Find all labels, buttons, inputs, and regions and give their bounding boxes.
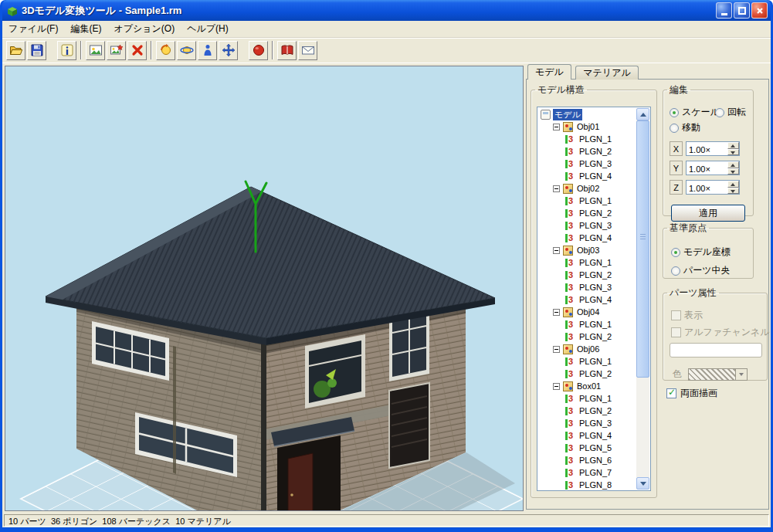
tree-item-label[interactable]: PLGN_4 <box>578 295 613 304</box>
tree-item-Obj04[interactable]: Obj04 <box>538 306 636 318</box>
menu-file[interactable]: ファイル(F) <box>2 20 64 38</box>
spin-up-icon[interactable] <box>727 142 739 149</box>
tree-item-PLGN_1[interactable]: PLGN_1 <box>538 256 636 269</box>
delete-button[interactable] <box>127 41 147 60</box>
menu-edit[interactable]: 編集(E) <box>64 20 107 38</box>
tree-item-PLGN_4[interactable]: PLGN_4 <box>538 170 636 182</box>
tree-item-label[interactable]: Obj03 <box>575 246 601 255</box>
radio-move[interactable]: 移動 <box>670 121 700 134</box>
tree-item-label[interactable]: PLGN_3 <box>578 159 613 168</box>
scrollbar-track[interactable] <box>636 120 649 477</box>
tree-item-label[interactable]: PLGN_5 <box>578 443 613 452</box>
tab-material[interactable]: マテリアル <box>575 66 638 80</box>
tree-item-label[interactable]: Obj02 <box>575 184 601 193</box>
tree-item-label[interactable]: Box01 <box>575 381 602 391</box>
tree-item-PLGN_1[interactable]: PLGN_1 <box>538 133 636 145</box>
tree-collapse-icon[interactable] <box>553 383 560 390</box>
spin-down-icon[interactable] <box>727 168 739 175</box>
scale-y-field[interactable] <box>686 161 740 175</box>
tree-item-PLGN_4[interactable]: PLGN_4 <box>538 429 636 442</box>
tree-item-label[interactable]: PLGN_1 <box>578 196 613 205</box>
tree-item-label[interactable]: PLGN_2 <box>578 270 613 280</box>
tree-item-PLGN_2[interactable]: PLGN_2 <box>538 145 636 158</box>
tree-item-label[interactable]: PLGN_3 <box>578 418 613 428</box>
radio-rotate[interactable]: 回転 <box>715 106 746 119</box>
tree-item-label[interactable]: PLGN_2 <box>578 147 613 156</box>
tree-item-label[interactable]: PLGN_6 <box>578 456 613 465</box>
tree-item-PLGN_3[interactable]: PLGN_3 <box>538 417 636 429</box>
tree-item-PLGN_2[interactable]: PLGN_2 <box>538 207 636 219</box>
tree-item-PLGN_2[interactable]: PLGN_2 <box>538 405 636 417</box>
tree-item-PLGN_4[interactable]: PLGN_4 <box>538 293 636 306</box>
tree-item-label[interactable]: PLGN_4 <box>578 233 613 242</box>
spin-down-icon[interactable] <box>727 188 739 195</box>
tree-item-PLGN_1[interactable]: PLGN_1 <box>538 195 636 207</box>
tree-item-PLGN_1[interactable]: PLGN_1 <box>538 318 636 330</box>
tree-item-PLGN_4[interactable]: PLGN_4 <box>538 232 636 244</box>
orbit-view-button[interactable] <box>177 41 196 60</box>
tree-item-label[interactable]: PLGN_8 <box>578 480 613 490</box>
checkbox-show[interactable]: 表示 <box>671 309 703 322</box>
texture-image-button[interactable] <box>86 41 105 60</box>
scale-y-input[interactable] <box>687 161 727 175</box>
tree-item-PLGN_3[interactable]: PLGN_3 <box>538 219 636 232</box>
capture-image-button[interactable] <box>107 41 126 60</box>
tree-item-label[interactable]: PLGN_2 <box>578 332 613 341</box>
tree-item-Obj01[interactable]: Obj01 <box>538 120 636 133</box>
tree-item-label[interactable]: PLGN_1 <box>578 258 613 267</box>
tree-item-label[interactable]: PLGN_2 <box>578 369 613 378</box>
tree-item-PLGN_6[interactable]: PLGN_6 <box>538 454 636 466</box>
scale-x-field[interactable] <box>686 141 740 156</box>
tree-item-label[interactable]: Obj01 <box>575 122 601 131</box>
checkbox-double-sided[interactable]: 両面描画 <box>666 387 717 400</box>
viewport-3d[interactable] <box>5 66 524 511</box>
tree-item-PLGN_2[interactable]: PLGN_2 <box>538 269 636 281</box>
close-button[interactable] <box>751 2 768 19</box>
tree-item-PLGN_2[interactable]: PLGN_2 <box>538 330 636 343</box>
tree-collapse-icon[interactable] <box>553 185 560 192</box>
tree-collapse-icon[interactable] <box>553 309 560 316</box>
tree-item-label[interactable]: PLGN_1 <box>578 394 613 403</box>
tree-item-PLGN_5[interactable]: PLGN_5 <box>538 442 636 454</box>
tree-item-label[interactable]: PLGN_1 <box>578 134 613 144</box>
scroll-down-button[interactable] <box>636 477 649 490</box>
tree-item-PLGN_8[interactable]: PLGN_8 <box>538 479 636 490</box>
tree-item-label[interactable]: PLGN_4 <box>578 171 613 181</box>
tree-item-label[interactable]: PLGN_3 <box>578 283 613 292</box>
spin-up-icon[interactable] <box>727 161 739 168</box>
open-file-button[interactable] <box>6 41 25 60</box>
tree-item-label[interactable]: PLGN_1 <box>578 357 613 366</box>
color-swatch[interactable] <box>688 368 736 381</box>
scroll-up-button[interactable] <box>636 108 649 120</box>
scale-x-input[interactable] <box>687 142 727 155</box>
scale-z-field[interactable] <box>686 180 740 195</box>
tree-item-PLGN_2[interactable]: PLGN_2 <box>538 368 636 380</box>
apply-button[interactable]: 適用 <box>671 205 745 222</box>
tree-item-Box01[interactable]: Box01 <box>538 380 636 392</box>
alpha-channel-input[interactable] <box>670 343 762 357</box>
tree-item-Obj03[interactable]: Obj03 <box>538 244 636 256</box>
tree-item-モデル[interactable]: モデル <box>538 108 636 120</box>
checkbox-alpha[interactable]: アルファチャンネル <box>671 326 770 339</box>
tree-item-label[interactable]: Obj04 <box>575 307 601 317</box>
spin-down-icon[interactable] <box>727 149 739 156</box>
radio-parts-center[interactable]: パーツ中央 <box>671 264 731 277</box>
scrollbar-thumb[interactable] <box>636 120 649 378</box>
title-bar[interactable]: 3Dモデル変換ツール - Sample1.rm <box>2 0 771 21</box>
tree-collapse-icon[interactable] <box>553 247 560 254</box>
menu-options[interactable]: オプション(O) <box>107 20 181 38</box>
tree-item-PLGN_1[interactable]: PLGN_1 <box>538 392 636 405</box>
scale-y-spinner[interactable] <box>727 161 739 175</box>
radio-scale[interactable]: スケール <box>670 106 720 119</box>
tree-item-label[interactable]: Obj06 <box>575 344 601 354</box>
move-view-button[interactable] <box>219 41 238 60</box>
menu-help[interactable]: ヘルプ(H) <box>181 20 235 38</box>
rotate-view-button[interactable] <box>156 41 175 60</box>
tree-item-Obj06[interactable]: Obj06 <box>538 343 636 355</box>
figure-view-button[interactable] <box>198 41 217 60</box>
tree-item-label[interactable]: PLGN_2 <box>578 208 613 218</box>
radio-model-coords[interactable]: モデル座標 <box>671 246 731 259</box>
tree-item-PLGN_3[interactable]: PLGN_3 <box>538 281 636 293</box>
tree-item-label[interactable]: モデル <box>553 109 582 120</box>
tree-item-label[interactable]: PLGN_4 <box>578 431 613 440</box>
